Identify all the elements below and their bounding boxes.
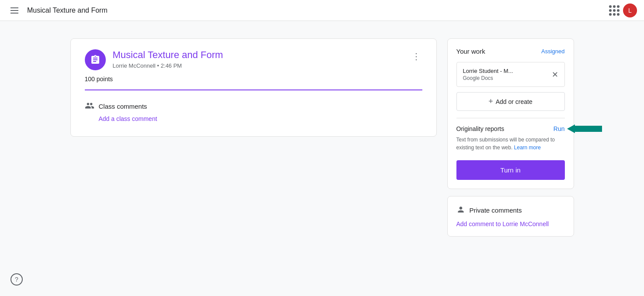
originality-header: Originality reports Run — [456, 125, 565, 132]
assignment-title-area: Musical Texture and Form Lorrie McConnel… — [113, 49, 403, 69]
run-originality-button[interactable]: Run — [553, 125, 565, 132]
top-navigation: Musical Texture and Form L — [0, 0, 644, 21]
doc-name: Lorrie Student - M... — [463, 68, 513, 74]
clipboard-icon — [90, 55, 101, 65]
originality-section: Originality reports Run Text from submis… — [456, 118, 565, 151]
originality-description: Text from submissions will be compared t… — [456, 136, 565, 151]
main-content: Musical Texture and Form Lorrie McConnel… — [60, 21, 585, 247]
add-class-comment-link[interactable]: Add a class comment — [99, 115, 422, 122]
turn-in-button[interactable]: Turn in — [456, 160, 565, 180]
assignment-type-icon — [85, 49, 106, 70]
doc-type: Google Docs — [463, 75, 513, 81]
attached-document[interactable]: Lorrie Student - M... Google Docs ✕ — [456, 62, 565, 87]
remove-doc-icon[interactable]: ✕ — [552, 70, 558, 79]
arrow-head — [567, 124, 575, 133]
add-or-create-button[interactable]: + Add or create — [456, 92, 565, 111]
arrow-body — [575, 126, 602, 132]
learn-more-link[interactable]: Learn more — [514, 145, 541, 151]
arrow-annotation — [567, 124, 602, 133]
assignment-title: Musical Texture and Form — [113, 49, 403, 61]
people-icon — [85, 101, 94, 112]
more-options-icon[interactable]: ⋮ — [410, 49, 422, 63]
add-private-comment-link[interactable]: Add comment to Lorrie McConnell — [456, 220, 549, 227]
assignment-panel: Musical Texture and Form Lorrie McConnel… — [70, 38, 437, 137]
assignment-header: Musical Texture and Form Lorrie McConnel… — [85, 49, 422, 70]
private-comments-card: Private comments Add comment to Lorrie M… — [447, 196, 574, 237]
originality-title: Originality reports — [456, 125, 505, 132]
private-comments-header: Private comments — [456, 205, 565, 215]
group-icon — [85, 101, 94, 110]
person-icon — [456, 205, 465, 215]
menu-icon[interactable] — [7, 4, 22, 17]
class-comments-section: Class comments Add a class comment — [85, 101, 422, 122]
assignment-divider — [85, 89, 422, 90]
class-comments-label: Class comments — [85, 101, 422, 112]
nav-title: Musical Texture and Form — [27, 7, 108, 14]
your-work-title: Your work — [456, 48, 485, 55]
private-comments-title: Private comments — [470, 207, 522, 214]
right-column: Your work Assigned Lorrie Student - M...… — [447, 38, 574, 237]
google-apps-icon[interactable] — [609, 5, 620, 16]
class-comments-text: Class comments — [99, 103, 147, 110]
doc-info: Lorrie Student - M... Google Docs — [463, 68, 513, 81]
plus-icon: + — [488, 97, 493, 106]
add-or-create-label: Add or create — [496, 98, 533, 105]
assigned-status-badge: Assigned — [541, 48, 564, 55]
assignment-points: 100 points — [85, 76, 422, 83]
nav-left: Musical Texture and Form — [7, 4, 108, 17]
assignment-meta: Lorrie McConnell • 2:46 PM — [113, 62, 403, 69]
your-work-card: Your work Assigned Lorrie Student - M...… — [447, 38, 574, 189]
account-circle-icon — [456, 205, 465, 214]
user-avatar[interactable]: L — [623, 3, 637, 17]
your-work-header: Your work Assigned — [456, 48, 565, 55]
nav-right: L — [609, 3, 637, 17]
